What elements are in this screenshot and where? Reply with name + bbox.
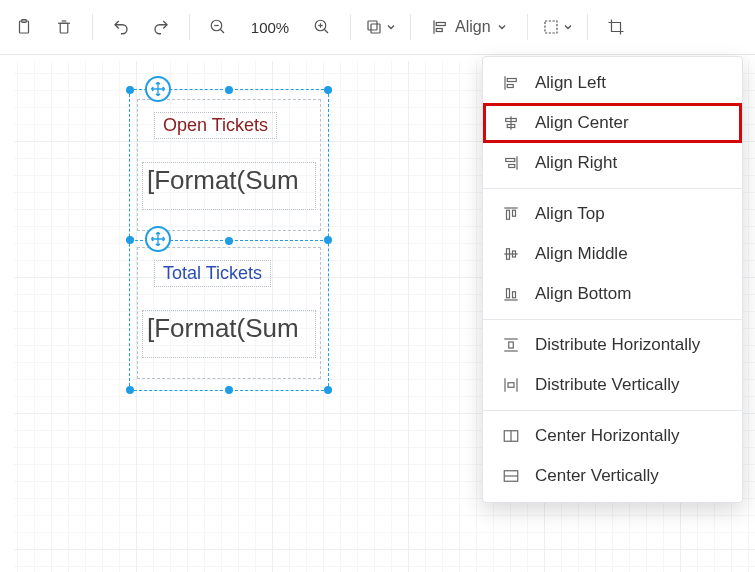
menu-separator bbox=[483, 188, 742, 189]
resize-handle[interactable] bbox=[324, 386, 332, 394]
resize-handle[interactable] bbox=[126, 86, 134, 94]
svg-rect-34 bbox=[508, 383, 514, 388]
menu-label: Align Top bbox=[535, 204, 605, 224]
separator bbox=[410, 14, 411, 40]
align-bottom-icon bbox=[501, 284, 521, 304]
chevron-down-icon bbox=[563, 22, 573, 32]
menu-label: Align Right bbox=[535, 153, 617, 173]
svg-rect-12 bbox=[507, 79, 516, 82]
toolbar: 100% Align bbox=[0, 0, 755, 55]
menu-distribute-horizontally[interactable]: Distribute Horizontally bbox=[483, 325, 742, 365]
svg-rect-19 bbox=[509, 165, 515, 168]
menu-align-center[interactable]: Align Center bbox=[483, 103, 742, 143]
menu-label: Align Center bbox=[535, 113, 629, 133]
zoom-out-button[interactable] bbox=[200, 9, 236, 45]
menu-label: Distribute Vertically bbox=[535, 375, 680, 395]
delete-button[interactable] bbox=[46, 9, 82, 45]
resize-handle[interactable] bbox=[225, 86, 233, 94]
move-handle[interactable] bbox=[145, 226, 171, 252]
align-dropdown-button[interactable]: Align bbox=[421, 9, 517, 45]
menu-separator bbox=[483, 319, 742, 320]
menu-label: Center Horizontally bbox=[535, 426, 680, 446]
align-left-icon bbox=[501, 73, 521, 93]
distribute-horizontal-icon bbox=[501, 335, 521, 355]
center-horizontal-icon bbox=[501, 426, 521, 446]
resize-handle[interactable] bbox=[126, 386, 134, 394]
menu-label: Align Bottom bbox=[535, 284, 631, 304]
separator bbox=[350, 14, 351, 40]
align-label: Align bbox=[455, 18, 491, 36]
zoom-in-button[interactable] bbox=[304, 9, 340, 45]
svg-rect-22 bbox=[513, 210, 516, 216]
menu-distribute-vertically[interactable]: Distribute Vertically bbox=[483, 365, 742, 405]
crop-button[interactable] bbox=[598, 9, 634, 45]
separator bbox=[527, 14, 528, 40]
card-value[interactable]: [Format(Sum bbox=[142, 162, 316, 210]
menu-align-middle[interactable]: Align Middle bbox=[483, 234, 742, 274]
menu-center-horizontally[interactable]: Center Horizontally bbox=[483, 416, 742, 456]
align-middle-icon bbox=[501, 244, 521, 264]
select-dropdown-button[interactable] bbox=[538, 9, 577, 45]
resize-handle[interactable] bbox=[324, 86, 332, 94]
align-left-icon bbox=[431, 18, 449, 36]
svg-rect-10 bbox=[545, 21, 557, 33]
menu-label: Center Vertically bbox=[535, 466, 659, 486]
menu-center-vertically[interactable]: Center Vertically bbox=[483, 456, 742, 496]
menu-separator bbox=[483, 410, 742, 411]
card-open-tickets[interactable]: Open Tickets [Format(Sum bbox=[137, 99, 321, 231]
align-center-icon bbox=[501, 113, 521, 133]
menu-label: Align Left bbox=[535, 73, 606, 93]
redo-button[interactable] bbox=[143, 9, 179, 45]
svg-rect-8 bbox=[436, 23, 445, 26]
resize-handle[interactable] bbox=[225, 386, 233, 394]
svg-rect-5 bbox=[368, 21, 377, 30]
center-vertical-icon bbox=[501, 466, 521, 486]
svg-rect-2 bbox=[60, 23, 68, 33]
move-handle[interactable] bbox=[145, 76, 171, 102]
menu-align-bottom[interactable]: Align Bottom bbox=[483, 274, 742, 314]
card-total-tickets[interactable]: Total Tickets [Format(Sum bbox=[137, 247, 321, 379]
copy-dropdown-button[interactable] bbox=[361, 9, 400, 45]
svg-rect-28 bbox=[513, 292, 516, 298]
align-right-icon bbox=[501, 153, 521, 173]
undo-button[interactable] bbox=[103, 9, 139, 45]
align-menu: Align Left Align Center Align Right Alig… bbox=[482, 56, 743, 503]
menu-align-top[interactable]: Align Top bbox=[483, 194, 742, 234]
svg-rect-18 bbox=[506, 159, 515, 162]
chevron-down-icon bbox=[386, 22, 396, 32]
card-title[interactable]: Open Tickets bbox=[154, 112, 277, 139]
chevron-down-icon bbox=[497, 22, 507, 32]
separator bbox=[189, 14, 190, 40]
resize-handle[interactable] bbox=[225, 237, 233, 245]
menu-align-left[interactable]: Align Left bbox=[483, 63, 742, 103]
zoom-level[interactable]: 100% bbox=[240, 19, 300, 36]
paste-button[interactable] bbox=[6, 9, 42, 45]
separator bbox=[92, 14, 93, 40]
svg-rect-13 bbox=[507, 85, 513, 88]
menu-label: Align Middle bbox=[535, 244, 628, 264]
svg-rect-31 bbox=[509, 342, 514, 348]
separator bbox=[587, 14, 588, 40]
menu-label: Distribute Horizontally bbox=[535, 335, 700, 355]
svg-rect-21 bbox=[507, 210, 510, 219]
svg-rect-27 bbox=[507, 289, 510, 298]
align-top-icon bbox=[501, 204, 521, 224]
card-title[interactable]: Total Tickets bbox=[154, 260, 271, 287]
card-value[interactable]: [Format(Sum bbox=[142, 310, 316, 358]
menu-align-right[interactable]: Align Right bbox=[483, 143, 742, 183]
distribute-vertical-icon bbox=[501, 375, 521, 395]
svg-rect-9 bbox=[436, 29, 442, 32]
svg-rect-6 bbox=[371, 24, 380, 33]
